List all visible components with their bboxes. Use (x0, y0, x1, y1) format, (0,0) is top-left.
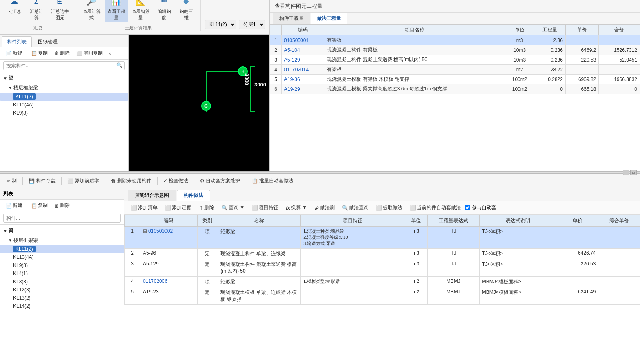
bottom-search-input[interactable] (3, 214, 121, 223)
right-table-row[interactable]: 2 A5-104 现浇混凝土构件 有梁板 10m3 0.236 6469.2 1… (270, 45, 640, 55)
main-table-row[interactable]: 3 A5-129 定 现浇混凝土构件 混凝土泵送费 檐高(ml以内) 50 m3… (125, 259, 640, 277)
cell-num: 1 (270, 35, 282, 45)
main-col-num (125, 215, 140, 227)
delete-component-btn[interactable]: 🗑 删除 (52, 49, 72, 57)
right-table-row[interactable]: 5 A19-36 现浇混凝土模板 有梁板 木模板 钢支撑 100m2 0.282… (270, 75, 640, 84)
bottom-tree-kl12[interactable]: KL12(3) (0, 286, 124, 294)
bottom-tree-kl10[interactable]: KL10(4A) (0, 253, 124, 261)
delete-unused-btn[interactable]: 🗑 删除未使用构件 (108, 176, 155, 185)
auto-method-checkbox[interactable] (465, 205, 470, 210)
floor-dropdown[interactable]: 分层1 (239, 20, 265, 29)
expand-icon[interactable]: ⊟ (143, 228, 147, 234)
view-qty-button[interactable]: 📊 查看工程量 (105, 0, 128, 22)
new-bottom-btn[interactable]: 📄 新建 (3, 201, 25, 210)
tree-item-kl10[interactable]: KL10(4A) (0, 101, 128, 109)
method-query-btn[interactable]: 🔍 做法查询 (339, 203, 372, 213)
restore-btn[interactable]: □ (630, 170, 637, 175)
project-feature-btn[interactable]: ⬜ 项目特征 (249, 203, 282, 213)
minimize-btn[interactable]: — (623, 170, 629, 175)
tab-drawing-mgmt[interactable]: 图纸管理 (33, 36, 63, 47)
edit-icon: ✏ (7, 178, 11, 184)
main-table-row[interactable]: 4 011702006 项 矩形梁 1.模板类型:矩形梁 m2 MBMJ MBM… (125, 277, 640, 287)
rebar-3d-icon: ◆ (180, 0, 193, 8)
view-rebar-button[interactable]: 📐 查看钢筋量 (129, 0, 152, 22)
right-panel-top: 查看构件图元工程量 构件工程量 做法工程量 编码 项目名称 单位 工程量 单价 … (269, 0, 640, 171)
cell-price: 6469.2 (565, 45, 598, 55)
delete-bottom-btn[interactable]: 🗑 删除 (52, 201, 72, 210)
add-quota-btn[interactable]: ⬜ 添加定额 (162, 203, 195, 213)
bottom-tree-kl13[interactable]: KL13(2) (0, 294, 124, 302)
search-input[interactable] (3, 61, 125, 70)
right-table-row[interactable]: 6 A19-29 现浇混凝土模板 梁支撑高度超过3.6m 每超过1m 钢支撑 1… (270, 84, 640, 94)
more-btn[interactable]: » (107, 51, 113, 56)
bottom-tree-kl3[interactable]: KL3(3) (0, 278, 124, 286)
tab-rebar-diagram[interactable]: 箍筋组合示意图 (128, 190, 176, 201)
bottom-tree-kl4[interactable]: KL4(1) (0, 269, 124, 278)
main-col-feature: 项目特征 (301, 215, 404, 227)
new-bottom-icon: 📄 (6, 203, 12, 209)
cell-name: 现浇混凝土构件 有梁板 (324, 45, 505, 55)
rebar-3d-button[interactable]: ◆ 钢筋三维 (176, 0, 196, 22)
cell-main-feature: 1.混凝土种类:商品砼 2.混凝土强度等级:C30 3.输送方式:泵送 (301, 227, 404, 249)
canvas-node-G[interactable]: G (201, 101, 211, 111)
calc-summary-button[interactable]: Σ 汇总计算 (26, 0, 47, 22)
method-brush-btn[interactable]: 🖌 做法刷 (311, 203, 338, 213)
auto-method-curr-btn[interactable]: ⬜ 当前构件自动套做法 (407, 203, 464, 213)
check-method-btn[interactable]: ✓ 检查做法 (160, 176, 191, 185)
feature-icon: ⬜ (252, 205, 258, 211)
bottom-tree-floor-frame[interactable]: 楼层框架梁 (0, 236, 124, 245)
check-icon: ✓ (163, 178, 167, 184)
view-calc-label: 查看计算式 (83, 9, 101, 21)
cell-main-num: 2 (125, 249, 140, 259)
tree-item-kl11[interactable]: KL11(2) (0, 93, 128, 101)
main-table-row[interactable]: 1 ⊟010503002 项 矩形梁 1.混凝土种类:商品砼 2.混凝土强度等级… (125, 227, 640, 249)
bottom-panel-toolbar: 📄 新建 📋 复制 🗑 删除 (0, 200, 124, 212)
cell-num: 4 (270, 65, 282, 75)
cell-unit: 10m3 (505, 45, 534, 55)
cell-qty: 0 (534, 84, 566, 94)
toolbar-icons-civil: 🔎 查看计算式 📊 查看工程量 📐 查看钢筋量 ✏ 编辑钢筋 ◆ 钢筋三维 (80, 0, 196, 22)
delete-icon: 🗑 (54, 51, 59, 56)
cell-main-qty-expr: TJ (427, 249, 479, 259)
element-dropdown[interactable]: KL11(2) (205, 20, 236, 29)
tab-method-qty[interactable]: 做法工程量 (311, 13, 347, 24)
add-pre-post-btn[interactable]: ⬜ 添加前后掌 (64, 176, 102, 185)
save-component-btn[interactable]: 💾 构件存盘 (25, 176, 59, 185)
copy-component-btn[interactable]: 📋 复制 (29, 49, 50, 57)
delete-inner-btn[interactable]: 🗑 删除 (196, 203, 218, 213)
bottom-main-tabs: 箍筋组合示意图 构件做法 (124, 188, 640, 201)
new-component-btn[interactable]: 📄 新建 (3, 49, 25, 57)
copy-bottom-btn[interactable]: 📋 复制 (29, 201, 50, 210)
main-table-row[interactable]: 5 A19-23 定 现浇混凝土模板 单梁、连续梁 木模板 钢支撑 m2 MBM… (125, 287, 640, 305)
bottom-tree-kl9[interactable]: KL9(8) (0, 261, 124, 269)
auto-method-btn[interactable]: ⚙ 自动套方案维护 (197, 176, 243, 185)
cell-qty: 0.236 (534, 45, 566, 55)
bottom-toolbar: ✏ 制 💾 构件存盘 ⬜ 添加前后掌 🗑 删除未使用构件 ✓ 检查做法 ⚙ 自动… (0, 174, 640, 188)
view-calc-button[interactable]: 🔎 查看计算式 (80, 0, 103, 22)
floor-copy-btn[interactable]: ⬜ 层间复制 (74, 49, 105, 57)
convert-btn[interactable]: fx 换算 ▼ (282, 203, 310, 213)
batch-auto-method-btn[interactable]: 📋 批量自动套做法 (249, 176, 297, 185)
tree-category-beam[interactable]: 梁 (0, 74, 128, 83)
right-table-row[interactable]: 3 A5-129 现浇混凝土构件 混凝土泵送费 檐高(m以内) 50 10m3 … (270, 55, 640, 65)
bottom-tree-kl14[interactable]: KL14(2) (0, 302, 124, 310)
tree-item-kl9[interactable]: KL9(8) (0, 109, 128, 117)
select-summary-button[interactable]: ⊞ 汇总选中图元 (48, 0, 72, 22)
add-list-btn[interactable]: ⬜ 添加清单 (128, 203, 161, 213)
tree-subcategory-floor-frame[interactable]: 楼层框架梁 (0, 83, 128, 93)
right-table-row[interactable]: 4 011702014 有梁板 m2 28.22 (270, 65, 640, 75)
bottom-tree-kl11[interactable]: KL11(2) (0, 245, 124, 253)
query-btn[interactable]: 🔍 查询 ▼ (218, 203, 248, 213)
tab-component-list[interactable]: 构件列表 (2, 36, 32, 47)
cloud-summary-button[interactable]: ☁ 云汇总 (4, 0, 24, 22)
bottom-tree-beam[interactable]: 梁 (0, 226, 124, 236)
right-table-row[interactable]: 1 010505001 有梁板 m3 2.36 (270, 35, 640, 45)
sep5 (194, 177, 194, 185)
edit-rebar-button[interactable]: ✏ 编辑钢筋 (154, 0, 174, 22)
query-icon: 🔍 (222, 205, 228, 211)
edit-btn[interactable]: ✏ 制 (3, 176, 20, 185)
main-table-row[interactable]: 2 A5-96 定 现浇混凝土构件 单梁、连续梁 m3 TJ TJ<体积> 64… (125, 249, 640, 259)
extract-method-btn[interactable]: ⬜ 提取做法 (373, 203, 406, 213)
tab-method[interactable]: 构件做法 (177, 190, 210, 201)
tab-component-qty[interactable]: 构件工程量 (273, 13, 310, 24)
